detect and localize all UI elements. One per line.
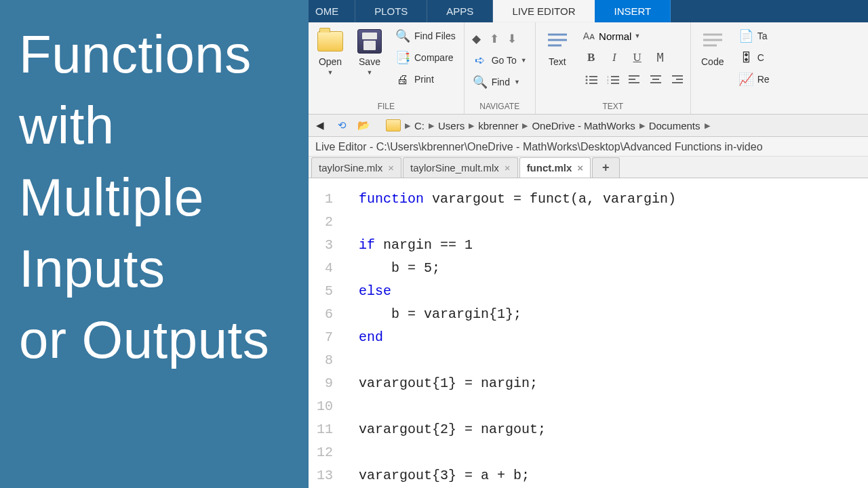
title-line-4: Inputs [19, 233, 290, 304]
find-button[interactable]: 🔍Find▼ [469, 71, 531, 93]
svg-point-3 [585, 76, 587, 78]
matlab-app: OME PLOTS APPS LIVE EDITOR INSERT Open ▼… [309, 0, 868, 488]
control-button[interactable]: 🎛C [734, 47, 774, 68]
file-tabstrip: taylorSine.mlx× taylorSine_mult.mlx× fun… [309, 157, 868, 178]
tab-plots[interactable]: PLOTS [355, 0, 427, 22]
ribbon-group-code: Code 📄Ta 🎛C 📈Re [691, 22, 778, 114]
code-lines-icon [699, 28, 726, 55]
title-line-2: with [19, 90, 290, 161]
breadcrumb-seg[interactable]: OneDrive - MathWorks [532, 120, 635, 131]
chevron-right-icon: ▶ [522, 121, 528, 130]
chevron-down-icon: ▼ [367, 69, 373, 76]
refactor-button[interactable]: 📈Re [734, 68, 774, 90]
chevron-down-icon: ▼ [521, 57, 527, 64]
chevron-right-icon: ▶ [469, 121, 474, 130]
tab-apps[interactable]: APPS [427, 0, 493, 22]
text-lines-icon [544, 28, 571, 55]
nav-prev-button[interactable]: ◆ [469, 30, 485, 47]
align-center-button[interactable] [648, 71, 665, 87]
svg-rect-11 [611, 83, 619, 84]
line-number-gutter: 12345678910111213 [309, 178, 340, 488]
find-files-button[interactable]: 🔍Find Files [391, 25, 460, 47]
breadcrumb-seg[interactable]: Documents [649, 120, 701, 131]
style-indicator-icon: Aᴀ [583, 30, 596, 41]
magnifier-icon: 🔍 [473, 75, 488, 89]
svg-rect-8 [589, 83, 597, 84]
save-button[interactable]: Save ▼ [352, 25, 387, 79]
svg-rect-10 [611, 79, 619, 81]
new-tab-button[interactable]: + [592, 157, 620, 178]
file-tab[interactable]: taylorSine_mult.mlx× [403, 157, 518, 178]
nav-up-button[interactable]: ⬆ [486, 30, 502, 47]
code-mode-button[interactable]: Code [695, 25, 730, 70]
folder-open-icon [317, 28, 344, 55]
chevron-down-icon: ▼ [634, 33, 640, 39]
underline-button[interactable]: U [629, 49, 646, 66]
tab-home[interactable]: OME [309, 0, 355, 22]
bullet-list-button[interactable] [583, 71, 599, 87]
close-icon[interactable]: × [505, 162, 511, 174]
svg-rect-6 [589, 76, 597, 77]
folder-icon [386, 119, 401, 131]
chevron-right-icon: ▶ [429, 121, 434, 130]
bold-button[interactable]: B [583, 49, 599, 66]
align-left-button[interactable] [627, 71, 643, 87]
control-icon: 🎛 [738, 50, 753, 65]
file-tab[interactable]: taylorSine.mlx× [311, 157, 401, 178]
up-button[interactable]: ⟲ [333, 117, 351, 134]
svg-point-4 [585, 79, 587, 81]
group-label-navigate: NAVIGATE [469, 100, 531, 114]
svg-text:3: 3 [607, 82, 609, 84]
svg-rect-7 [589, 79, 597, 81]
compare-button[interactable]: 📑Compare [391, 47, 460, 68]
task-icon: 📄 [738, 28, 753, 43]
chevron-down-icon: ▼ [514, 79, 520, 85]
chevron-down-icon: ▼ [328, 69, 334, 76]
chevron-right-icon: ▶ [705, 121, 710, 130]
editor-file-path: Live Editor - C:\Users\kbrenner\OneDrive… [309, 137, 868, 157]
monospace-button[interactable]: M [652, 49, 669, 66]
numbered-list-button[interactable]: 123 [605, 71, 621, 87]
print-icon: 🖨 [395, 72, 410, 87]
align-right-button[interactable] [670, 71, 686, 87]
italic-button[interactable]: I [606, 49, 623, 66]
print-button[interactable]: 🖨Print [391, 68, 460, 90]
task-button[interactable]: 📄Ta [734, 25, 774, 47]
file-tab-active[interactable]: funct.mlx× [519, 157, 591, 178]
code-content[interactable]: function varargout = funct(a, varargin) … [340, 178, 676, 488]
breadcrumb-drive[interactable]: C: [414, 120, 425, 131]
title-line-5: or Outputs [19, 304, 290, 375]
open-button[interactable]: Open ▼ [313, 25, 348, 79]
tab-insert[interactable]: INSERT [595, 0, 671, 22]
text-mode-button[interactable]: Text [540, 25, 575, 70]
nav-down-button[interactable]: ⬇ [504, 30, 520, 47]
svg-rect-9 [611, 76, 619, 77]
group-label-file: FILE [313, 100, 460, 114]
history-button[interactable]: 📂 [355, 117, 372, 134]
paragraph-style-dropdown[interactable]: Normal [599, 30, 631, 42]
refactor-icon: 📈 [738, 72, 753, 87]
svg-point-5 [585, 83, 587, 85]
breadcrumb-seg[interactable]: Users [438, 120, 465, 131]
code-editor[interactable]: 12345678910111213 function varargout = f… [309, 178, 868, 488]
ribbon-group-navigate: ◆ ⬆ ⬇ ➪Go To▼ 🔍Find▼ NAVIGATE [465, 22, 536, 114]
tab-live-editor[interactable]: LIVE EDITOR [493, 0, 595, 22]
main-tabstrip: OME PLOTS APPS LIVE EDITOR INSERT [309, 0, 868, 22]
close-icon[interactable]: × [388, 162, 394, 174]
find-files-icon: 🔍 [395, 28, 410, 43]
chevron-right-icon: ▶ [639, 121, 645, 130]
group-label-text: TEXT [540, 100, 686, 114]
back-button[interactable]: ◀ [311, 117, 329, 134]
compare-icon: 📑 [395, 50, 410, 65]
ribbon-group-text: Text Aᴀ Normal ▼ B I U M [536, 22, 691, 114]
close-icon[interactable]: × [577, 162, 583, 174]
title-line-3: Multiple [19, 162, 290, 233]
ribbon-toolbar: Open ▼ Save ▼ 🔍Find Files 📑Compare 🖨Prin… [309, 22, 868, 115]
title-line-1: Functions [19, 19, 290, 90]
title-overlay: Functions with Multiple Inputs or Output… [0, 0, 309, 488]
save-icon [356, 28, 383, 55]
ribbon-group-file: Open ▼ Save ▼ 🔍Find Files 📑Compare 🖨Prin… [309, 22, 465, 114]
goto-button[interactable]: ➪Go To▼ [469, 49, 531, 71]
breadcrumb-seg[interactable]: kbrenner [478, 120, 518, 131]
goto-icon: ➪ [473, 53, 488, 68]
